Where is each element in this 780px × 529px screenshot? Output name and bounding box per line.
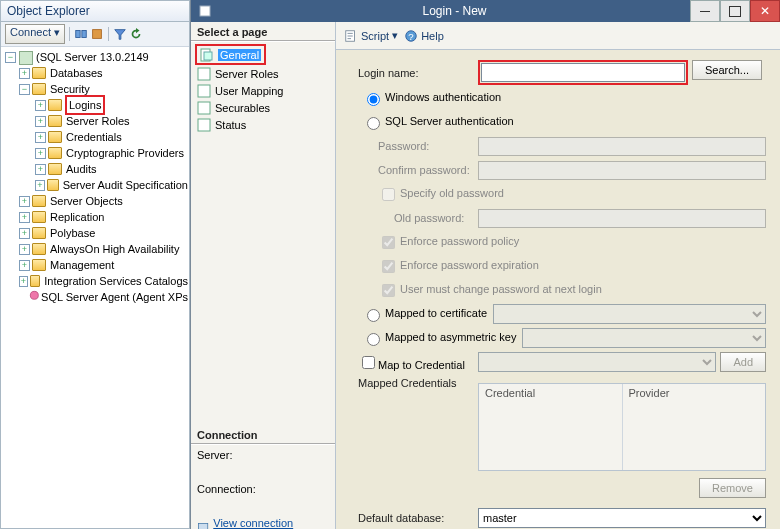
svg-rect-5 bbox=[200, 6, 210, 16]
page-status[interactable]: Status bbox=[195, 116, 331, 133]
expand-icon[interactable]: + bbox=[19, 260, 30, 271]
default-database-label: Default database: bbox=[358, 512, 478, 524]
server-label: Server: bbox=[197, 449, 329, 461]
highlight-login-name bbox=[478, 60, 688, 85]
expand-icon[interactable]: + bbox=[35, 148, 46, 159]
tree-node-management[interactable]: +Management bbox=[3, 257, 189, 273]
folder-icon bbox=[32, 259, 46, 271]
expand-icon[interactable]: + bbox=[35, 164, 46, 175]
expand-icon[interactable]: + bbox=[35, 132, 46, 143]
tree-node-replication[interactable]: +Replication bbox=[3, 209, 189, 225]
toolbar-separator bbox=[69, 27, 70, 41]
object-explorer-toolbar: Connect ▾ bbox=[1, 22, 189, 47]
tree-node-polybase[interactable]: +Polybase bbox=[3, 225, 189, 241]
map-credential-checkbox[interactable]: Map to Credential bbox=[358, 353, 478, 372]
expand-icon[interactable]: + bbox=[19, 244, 30, 255]
tree-node-logins[interactable]: +Logins bbox=[3, 97, 189, 113]
properties-icon bbox=[197, 522, 209, 529]
tree-node-server-objects[interactable]: +Server Objects bbox=[3, 193, 189, 209]
svg-text:?: ? bbox=[408, 30, 413, 41]
credential-select bbox=[478, 352, 716, 372]
folder-icon bbox=[30, 275, 41, 287]
svg-marker-3 bbox=[115, 30, 126, 40]
object-explorer-title: Object Explorer bbox=[1, 1, 189, 22]
mapped-cert-radio[interactable]: Mapped to certificate bbox=[362, 306, 487, 322]
view-connection-properties-link[interactable]: View connection properties bbox=[197, 517, 329, 529]
dialog-left-column: Select a page General Server Roles User … bbox=[191, 22, 336, 529]
password-label: Password: bbox=[358, 140, 478, 152]
script-icon bbox=[344, 29, 358, 43]
titlebar[interactable]: Login - New ✕ bbox=[191, 0, 780, 22]
expand-icon[interactable]: + bbox=[35, 116, 46, 127]
expand-icon[interactable]: + bbox=[35, 180, 45, 191]
stop-icon[interactable] bbox=[90, 27, 104, 41]
page-general[interactable]: General bbox=[198, 46, 263, 63]
expand-icon[interactable]: + bbox=[19, 228, 30, 239]
default-database-select[interactable]: master bbox=[478, 508, 766, 528]
remove-button: Remove bbox=[699, 478, 766, 498]
object-explorer-tree[interactable]: − (SQL Server 13.0.2149 +Databases −Secu… bbox=[1, 47, 189, 528]
window-system-icon[interactable] bbox=[191, 4, 219, 18]
svg-rect-2 bbox=[93, 30, 102, 39]
mapped-asym-radio[interactable]: Mapped to asymmetric key bbox=[362, 330, 516, 346]
minimize-button[interactable] bbox=[690, 0, 720, 22]
windows-auth-radio[interactable]: Windows authentication bbox=[362, 90, 501, 106]
script-button[interactable]: Script ▾ bbox=[344, 29, 398, 43]
page-server-roles[interactable]: Server Roles bbox=[195, 65, 331, 82]
login-name-label: Login name: bbox=[358, 67, 478, 79]
tree-node-crypto[interactable]: +Cryptographic Providers bbox=[3, 145, 189, 161]
maximize-button[interactable] bbox=[720, 0, 750, 22]
refresh-icon[interactable] bbox=[129, 27, 143, 41]
confirm-password-label: Confirm password: bbox=[358, 164, 478, 176]
page-icon bbox=[197, 67, 211, 81]
tree-root[interactable]: − (SQL Server 13.0.2149 bbox=[3, 49, 189, 65]
add-button: Add bbox=[720, 352, 766, 372]
agent-icon bbox=[29, 290, 40, 304]
tree-root-label: (SQL Server 13.0.2149 bbox=[35, 49, 150, 65]
tree-node-audit-spec[interactable]: +Server Audit Specification bbox=[3, 177, 189, 193]
collapse-icon[interactable]: − bbox=[5, 52, 16, 63]
expand-icon[interactable]: + bbox=[19, 276, 28, 287]
svg-rect-12 bbox=[199, 524, 208, 529]
help-button[interactable]: ?Help bbox=[404, 29, 444, 43]
filter-icon[interactable] bbox=[113, 27, 127, 41]
expand-icon[interactable]: + bbox=[19, 212, 30, 223]
select-page-header: Select a page bbox=[191, 22, 335, 42]
login-name-input[interactable] bbox=[481, 63, 685, 82]
toolbar-separator bbox=[108, 27, 109, 41]
highlight-general-page: General bbox=[195, 44, 266, 65]
page-user-mapping[interactable]: User Mapping bbox=[195, 82, 331, 99]
disconnect-icon[interactable] bbox=[74, 27, 88, 41]
tree-node-databases[interactable]: +Databases bbox=[3, 65, 189, 81]
tree-node-credentials[interactable]: +Credentials bbox=[3, 129, 189, 145]
tree-node-alwayson[interactable]: +AlwaysOn High Availability bbox=[3, 241, 189, 257]
mapped-credentials-grid[interactable]: Credential Provider bbox=[478, 383, 766, 471]
dialog-toolbar: Script ▾ ?Help bbox=[336, 22, 780, 50]
page-icon bbox=[197, 118, 211, 132]
expand-icon[interactable]: + bbox=[19, 196, 30, 207]
tree-node-sql-agent[interactable]: SQL Server Agent (Agent XPs bbox=[3, 289, 189, 305]
expand-icon[interactable]: + bbox=[35, 100, 46, 111]
close-button[interactable]: ✕ bbox=[750, 0, 780, 22]
connection-label: Connection: bbox=[197, 483, 329, 495]
search-button[interactable]: Search... bbox=[692, 60, 762, 80]
old-password-input bbox=[478, 209, 766, 228]
enforce-expiration-checkbox: Enforce password expiration bbox=[378, 257, 539, 276]
svg-rect-0 bbox=[76, 31, 80, 38]
page-list: General Server Roles User Mapping Secura… bbox=[191, 42, 335, 135]
tree-node-audits[interactable]: +Audits bbox=[3, 161, 189, 177]
collapse-icon[interactable]: − bbox=[19, 84, 30, 95]
credential-column-header: Credential bbox=[479, 384, 623, 470]
page-icon bbox=[197, 101, 211, 115]
folder-icon bbox=[47, 179, 59, 191]
login-new-dialog: Login - New ✕ Select a page General Serv… bbox=[190, 0, 780, 529]
expand-icon[interactable]: + bbox=[19, 68, 30, 79]
folder-icon bbox=[48, 147, 62, 159]
must-change-checkbox: User must change password at next login bbox=[378, 281, 602, 300]
tree-node-server-roles[interactable]: +Server Roles bbox=[3, 113, 189, 129]
tree-node-is-catalogs[interactable]: +Integration Services Catalogs bbox=[3, 273, 189, 289]
sql-auth-radio[interactable]: SQL Server authentication bbox=[362, 114, 514, 130]
page-securables[interactable]: Securables bbox=[195, 99, 331, 116]
connect-button[interactable]: Connect ▾ bbox=[5, 24, 65, 44]
svg-rect-7 bbox=[204, 52, 212, 60]
